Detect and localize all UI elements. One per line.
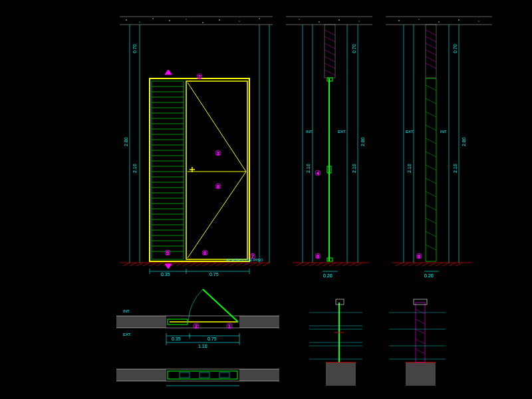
svg-line-44 [243,263,249,266]
detail-section-2 [389,299,446,386]
svg-text:2.10: 2.10 [407,164,412,173]
svg-rect-23 [273,15,286,26]
svg-rect-234 [406,362,436,386]
detail-section-1 [309,299,362,386]
svg-line-47 [263,263,269,266]
svg-point-9 [219,19,220,21]
svg-rect-220 [200,372,209,378]
svg-line-155 [429,263,436,266]
svg-rect-221 [219,372,229,378]
dim-w-left: 0.35 [161,272,170,277]
svg-text:EXT.: EXT. [123,332,132,336]
dim-w-right: 0.75 [209,272,219,277]
svg-line-115 [309,263,316,266]
svg-line-198 [203,289,238,322]
svg-text:0.75: 0.75 [207,336,217,341]
svg-text:6: 6 [203,251,206,255]
svg-rect-219 [180,372,190,378]
svg-point-21 [458,19,460,21]
svg-point-11 [259,18,259,19]
svg-line-113 [296,263,303,266]
svg-line-159 [456,263,462,266]
svg-line-42 [229,263,236,266]
svg-marker-111 [165,264,172,269]
svg-line-120 [342,263,349,266]
svg-line-35 [183,263,190,266]
svg-text:2.80: 2.80 [462,137,466,146]
svg-line-156 [436,263,442,266]
svg-line-168 [426,85,436,90]
svg-text:0.20: 0.20 [323,273,332,278]
svg-line-31 [156,263,163,266]
svg-line-177 [426,205,436,210]
svg-line-236 [416,309,425,314]
svg-text:2: 2 [195,324,198,329]
svg-text:2: 2 [198,74,201,79]
svg-line-176 [426,192,436,197]
svg-line-164 [426,50,436,55]
svg-rect-49 [186,81,247,259]
svg-point-3 [126,19,127,21]
svg-point-16 [358,21,359,21]
ceiling-hatch [120,15,492,26]
svg-line-127 [325,50,335,55]
svg-line-172 [426,138,436,144]
svg-text:0.20: 0.20 [424,273,434,278]
svg-line-39 [209,263,216,266]
svg-line-175 [426,178,436,184]
svg-point-13 [299,19,299,19]
svg-text:1.10: 1.10 [198,344,207,348]
svg-text:3: 3 [217,151,219,156]
svg-rect-167 [426,78,436,261]
svg-line-30 [150,263,156,266]
svg-line-153 [416,263,422,266]
svg-line-36 [190,263,196,266]
svg-text:8: 8 [217,184,219,189]
svg-line-118 [329,263,336,266]
svg-line-26 [123,263,130,266]
svg-text:2.10: 2.10 [306,164,311,173]
svg-text:5: 5 [166,251,169,255]
dim-h-above: 0.70 [132,44,137,53]
svg-line-41 [223,263,229,266]
svg-line-238 [416,329,425,334]
svg-line-180 [426,245,436,250]
svg-line-34 [176,263,183,266]
svg-text:4: 4 [317,171,319,176]
svg-text:0.70: 0.70 [352,44,356,53]
svg-rect-193 [116,316,166,328]
svg-line-171 [426,125,436,130]
svg-point-19 [418,19,419,19]
svg-line-29 [143,263,150,266]
svg-line-117 [323,263,329,266]
int-label-b: INT. [440,130,448,134]
svg-line-170 [426,112,436,117]
ext-label-a: EXT. [338,130,346,134]
svg-line-37 [196,263,203,266]
svg-line-163 [426,43,436,49]
dim-h-door: 2.10 [132,164,137,173]
svg-rect-24 [372,15,386,26]
svg-line-121 [349,263,356,266]
svg-rect-223 [326,362,356,386]
svg-line-166 [426,63,436,68]
svg-line-237 [416,319,425,324]
svg-point-7 [186,19,186,19]
svg-rect-48 [150,78,249,261]
plan-view: INT. EXT. 0.35 0.75 1.10 2 1 [116,289,279,348]
svg-line-38 [203,263,209,266]
floor-label: ACABADO DE PISO [226,258,263,262]
svg-marker-110 [165,70,172,74]
svg-line-165 [426,57,436,62]
svg-line-27 [130,263,136,266]
svg-point-4 [139,21,140,22]
svg-line-151 [402,263,409,266]
svg-line-154 [422,263,429,266]
svg-line-158 [449,263,456,266]
svg-line-45 [249,263,256,266]
svg-point-8 [202,22,203,23]
dim-h-total: 2.80 [124,137,128,146]
cad-drawing: 0.70 2.10 2.80 0.35 0.75 2 3 8 6 5 7 ACA… [0,0,532,399]
svg-line-162 [426,37,436,42]
svg-text:2.10: 2.10 [453,164,458,173]
